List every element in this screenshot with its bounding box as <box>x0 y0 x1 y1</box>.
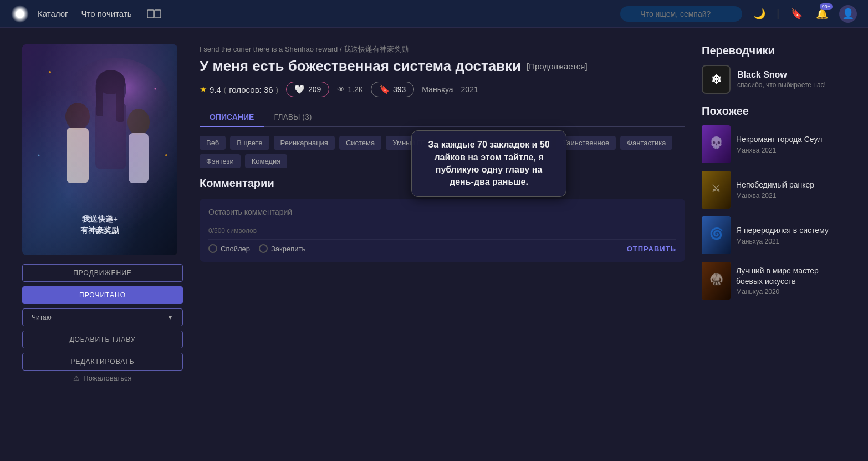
bookmarks-button[interactable]: 🔖 <box>788 6 805 22</box>
translator-info: Black Snow спасибо, что выбираете нас! <box>737 70 826 89</box>
tab-description[interactable]: ОПИСАНИЕ <box>200 108 264 127</box>
logo-icon: ☯ <box>15 7 25 21</box>
pin-option[interactable]: Закрепить <box>259 244 305 253</box>
rating-votes: ( <box>224 85 226 94</box>
right-panel: Переводчики ❄ Black Snow спасибо, что вы… <box>702 44 846 382</box>
notification-badge: 99+ <box>820 3 833 10</box>
status-dropdown-button[interactable]: Читаю ▼ <box>22 308 183 326</box>
left-panel: 我送快递+ 有神豪奖励 ПРОДВИЖЕНИЕ ПРОЧИТАНО Читаю … <box>22 44 183 382</box>
search-container: 🔍 <box>620 6 742 22</box>
manga-cover: 我送快递+ 有神豪奖励 <box>22 44 177 255</box>
cover-image: 我送快递+ 有神豪奖励 <box>22 44 177 255</box>
spoiler-radio[interactable] <box>208 244 217 253</box>
tags-section: Веб В цвете Реинкарнация Система Умный Г… <box>200 136 685 168</box>
bookmarks-pill[interactable]: 🔖 393 <box>371 82 414 97</box>
comment-textarea[interactable] <box>208 207 676 225</box>
similar-meta-3: Маньхуа 2020 <box>736 288 846 296</box>
likes-count: 209 <box>308 85 321 94</box>
similar-name-1: Непобедимый ранкер <box>736 180 814 190</box>
tag-color[interactable]: В цвете <box>230 136 269 150</box>
svg-text:❄: ❄ <box>711 73 721 87</box>
book-icon[interactable] <box>147 8 162 20</box>
similar-thumb-1: ⚔ <box>702 171 731 209</box>
navbar: ☯ Каталог Что почитать 🔍 🌙 | 🔖 🔔 99+ <box>0 0 868 28</box>
views-display: 👁 1.2К <box>337 85 363 94</box>
user-avatar[interactable]: 👤 <box>839 5 857 23</box>
year-tag: 2021 <box>461 85 478 94</box>
submit-comment-button[interactable]: ОТПРАВИТЬ <box>627 245 676 253</box>
bookmark-tooltip: За каждые 70 закладок и 50 лайков на это… <box>411 130 566 197</box>
cover-decorative <box>22 44 177 255</box>
nav-catalog[interactable]: Каталог <box>38 9 68 18</box>
similar-meta-2: Маньхуа 2021 <box>736 237 829 245</box>
site-logo[interactable]: ☯ <box>11 5 29 23</box>
status-label: Читаю <box>32 313 52 321</box>
spoiler-option[interactable]: Спойлер <box>208 244 250 253</box>
tabs-row: ОПИСАНИЕ ГЛАВЫ (3) <box>200 108 685 127</box>
similar-meta-0: Манхва 2021 <box>736 146 822 154</box>
translator-avatar: ❄ <box>702 65 731 94</box>
avatar-icon: 👤 <box>842 8 854 20</box>
svg-rect-1 <box>155 10 161 18</box>
similar-section-title: Похожее <box>702 105 846 118</box>
theme-toggle-button[interactable]: 🌙 <box>751 6 768 22</box>
similar-name-3: Лучший в мире мастер боевых искусств <box>736 266 846 286</box>
similar-info-2: Я переродился в систему Маньхуа 2021 <box>736 225 829 245</box>
similar-meta-1: Манхва 2021 <box>736 192 814 200</box>
similar-item-1[interactable]: ⚔ Непобедимый ранкер Манхва 2021 <box>702 171 846 209</box>
manga-status-badge: [Продолжается] <box>527 62 588 71</box>
manga-stats-row: ★ 9.4 ( голосов: 36 ) 🤍 209 👁 1.2К 🔖 393… <box>200 82 685 97</box>
comment-controls: Спойлер Закрепить ОТПРАВИТЬ <box>208 239 676 253</box>
svg-text:💀: 💀 <box>709 136 723 149</box>
spoiler-label: Спойлер <box>221 245 250 253</box>
promote-button[interactable]: ПРОДВИЖЕНИЕ <box>22 264 183 282</box>
comment-options: Спойлер Закрепить <box>208 244 305 253</box>
tag-system[interactable]: Система <box>339 136 381 150</box>
rating-value: 9.4 <box>210 85 221 94</box>
action-buttons: ПРОДВИЖЕНИЕ ПРОЧИТАНО Читаю ▼ ДОБАВИТЬ Г… <box>22 264 183 371</box>
tag-fantasy-sci[interactable]: Фантастика <box>620 136 672 150</box>
translators-section-title: Переводчики <box>702 44 846 57</box>
star-icon: ★ <box>200 84 207 94</box>
similar-thumb-0: 💀 <box>702 125 731 163</box>
manga-title: У меня есть божественная система доставк… <box>200 58 521 75</box>
center-panel: I send the curier there is a Shenhao rew… <box>183 44 702 382</box>
bookmark-icon: 🔖 <box>790 8 803 19</box>
type-tag: Маньхуа <box>422 85 453 94</box>
likes-pill[interactable]: 🤍 209 <box>286 82 329 97</box>
svg-text:🌀: 🌀 <box>709 227 723 240</box>
similar-name-2: Я переродился в систему <box>736 225 829 235</box>
bookmark-stat-icon: 🔖 <box>379 84 390 94</box>
theme-icon: 🌙 <box>753 8 765 19</box>
similar-name-0: Некромант города Сеул <box>736 134 822 144</box>
nav-what-to-read[interactable]: Что почитать <box>81 9 132 18</box>
pin-label: Закрепить <box>271 245 305 253</box>
similar-thumb-3: 🥋 <box>702 262 731 300</box>
read-button[interactable]: ПРОЧИТАНО <box>22 286 183 304</box>
pin-radio[interactable] <box>259 244 268 253</box>
tag-comedy[interactable]: Комедия <box>245 154 288 168</box>
tag-web[interactable]: Веб <box>200 136 226 150</box>
rating-display: ★ 9.4 ( голосов: 36 ) <box>200 84 278 94</box>
similar-thumb-2: 🌀 <box>702 216 731 254</box>
search-input[interactable] <box>620 6 742 22</box>
tag-reincarnation[interactable]: Реинкарнация <box>274 136 335 150</box>
edit-button[interactable]: РЕДАКТИРОВАТЬ <box>22 353 183 371</box>
similar-item-3[interactable]: 🥋 Лучший в мире мастер боевых искусств М… <box>702 262 846 300</box>
translator-card[interactable]: ❄ Black Snow спасибо, что выбираете нас! <box>702 65 846 94</box>
char-count: 0/500 символов <box>208 227 676 235</box>
similar-item-2[interactable]: 🌀 Я переродился в систему Маньхуа 2021 <box>702 216 846 254</box>
tab-chapters[interactable]: ГЛАВЫ (3) <box>264 108 321 127</box>
add-chapter-button[interactable]: ДОБАВИТЬ ГЛАВУ <box>22 331 183 348</box>
comment-input-area: 0/500 символов Спойлер Закрепить ОТПРАВИ… <box>200 199 685 262</box>
manga-title-row: У меня есть божественная система доставк… <box>200 58 685 75</box>
svg-text:⚔: ⚔ <box>711 182 721 194</box>
heart-icon: 🤍 <box>294 84 305 94</box>
bookmarks-count: 393 <box>393 85 406 94</box>
eye-icon: 👁 <box>337 85 345 94</box>
tag-fantasy[interactable]: Фэнтези <box>200 154 241 168</box>
complaint-row[interactable]: ⚠ Пожаловаться <box>22 374 183 382</box>
notifications-button[interactable]: 🔔 99+ <box>814 6 830 22</box>
svg-text:🥋: 🥋 <box>709 272 723 286</box>
similar-item-0[interactable]: 💀 Некромант города Сеул Манхва 2021 <box>702 125 846 163</box>
